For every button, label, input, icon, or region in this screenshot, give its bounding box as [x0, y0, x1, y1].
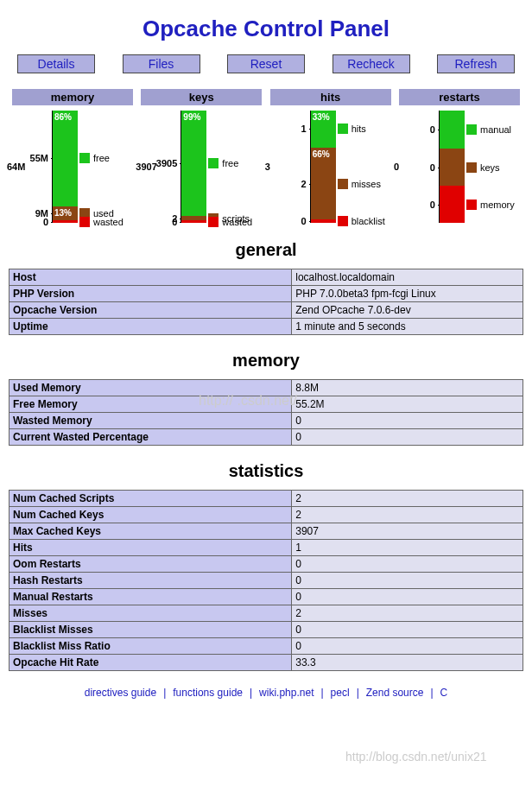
footer-links: directives guide|functions guide|wiki.ph…: [9, 687, 523, 699]
row-value: 0: [292, 638, 523, 655]
legend-label: free: [222, 158, 238, 168]
legend-swatch: [466, 124, 477, 135]
refresh-button[interactable]: Refresh: [437, 54, 515, 73]
row-value: 0: [292, 573, 523, 589]
chart-bar: 99%: [180, 111, 206, 223]
table-row: Num Cached Keys2: [10, 507, 523, 523]
chart-legend: freeusedwasted: [78, 111, 133, 223]
row-key: Opcache Version: [10, 302, 292, 319]
row-value: 1: [292, 540, 523, 556]
axis-total: 3: [265, 162, 270, 172]
segment-free: 99%: [181, 111, 206, 216]
table-row: Blacklist Miss Ratio0: [10, 638, 523, 655]
table-row: PHP VersionPHP 7.0.0beta3 fpm-fcgi Linux: [10, 286, 523, 302]
row-value: 0: [292, 413, 523, 429]
chart-axis-left: 3907390520: [141, 111, 180, 223]
row-key: Misses: [10, 605, 292, 622]
tick-label: 0: [43, 217, 48, 227]
table-general: Hostlocalhost.localdomainPHP VersionPHP …: [9, 269, 523, 335]
chart-axis-left: 0000: [399, 111, 439, 223]
legend-swatch: [466, 200, 477, 210]
row-key: Uptime: [10, 319, 292, 335]
row-key: Host: [10, 269, 292, 286]
legend-label: misses: [352, 179, 381, 189]
row-key: Wasted Memory: [10, 413, 292, 429]
segment-wasted: [53, 220, 78, 223]
chart-legend: manualkeysmemory: [465, 111, 520, 223]
legend-swatch: [338, 179, 348, 189]
row-value: 33.3: [292, 655, 523, 671]
legend-label: blacklist: [352, 216, 385, 226]
axis-total: 3907: [136, 162, 156, 172]
separator: |: [320, 687, 323, 699]
legend-swatch: [338, 216, 348, 226]
segment-used: 13%: [53, 206, 78, 221]
segment-hits: 33%: [311, 111, 336, 148]
row-key: Hash Restarts: [10, 573, 292, 589]
section-heading-statistics: statistics: [9, 461, 523, 481]
chart-axis-left: 3120: [270, 111, 310, 223]
legend-label: manual: [480, 124, 511, 135]
chart-bar: 86%13%: [52, 111, 78, 223]
footer-link[interactable]: pecl: [331, 687, 350, 699]
tick-label: 1: [301, 124, 307, 134]
row-key: Max Cached Keys: [10, 523, 292, 540]
files-button[interactable]: Files: [123, 54, 200, 73]
footer-link[interactable]: functions guide: [173, 687, 243, 699]
table-statistics: Num Cached Scripts2Num Cached Keys2Max C…: [9, 490, 523, 671]
chart-bar: [439, 111, 465, 223]
table-row: Used Memory8.8M: [10, 380, 523, 396]
row-key: Free Memory: [10, 396, 292, 413]
details-button[interactable]: Details: [17, 54, 95, 73]
recheck-button[interactable]: Recheck: [332, 54, 410, 73]
separator: |: [357, 687, 359, 699]
segment-pct: 86%: [54, 112, 72, 122]
table-row: Num Cached Scripts2: [10, 491, 523, 507]
legend-label: wasted: [93, 217, 124, 227]
chart-header: hits: [270, 89, 391, 105]
chart-hits: hits312033%66%hitsmissesblacklist: [270, 89, 391, 223]
row-key: PHP Version: [10, 286, 292, 302]
chart-header: restarts: [399, 89, 520, 105]
chart-restarts: restarts0000manualkeysmemory: [399, 89, 520, 223]
row-value: 0: [292, 556, 523, 573]
footer-link[interactable]: directives guide: [85, 687, 156, 699]
row-key: Num Cached Keys: [10, 507, 292, 523]
row-value: 0: [292, 589, 523, 605]
tick-label: 0: [301, 216, 307, 226]
row-key: Oom Restarts: [10, 556, 292, 573]
row-value: Zend OPcache 7.0.6-dev: [292, 302, 523, 319]
axis-total: 0: [394, 162, 399, 172]
chart-header: keys: [141, 89, 262, 105]
legend-label: wasted: [222, 217, 252, 227]
footer-link[interactable]: Zend source: [366, 687, 424, 699]
row-value: 2: [292, 605, 523, 622]
table-row: Hostlocalhost.localdomain: [10, 269, 523, 286]
table-row: Opcache VersionZend OPcache 7.0.6-dev: [10, 302, 523, 319]
segment-misses: 66%: [311, 148, 336, 219]
table-row: Misses2: [10, 605, 523, 622]
legend-swatch: [79, 153, 90, 163]
reset-button[interactable]: Reset: [227, 54, 305, 73]
segment-pct: 99%: [183, 112, 200, 122]
page-title: Opcache Control Panel: [9, 16, 523, 42]
row-value: 55.2M: [292, 396, 523, 413]
table-row: Hits1: [10, 540, 523, 556]
tick-label: 0: [172, 217, 177, 227]
legend-label: keys: [480, 162, 500, 173]
axis-total: 64M: [7, 162, 25, 172]
chart-axis-left: 64M55M9M0: [12, 111, 52, 223]
table-row: Blacklist Misses0: [10, 622, 523, 638]
table-row: Opcache Hit Rate33.3: [10, 655, 523, 671]
segment-memory: [440, 186, 465, 223]
tick-label: 55M: [30, 153, 48, 163]
row-value: 3907: [292, 523, 523, 540]
footer-link[interactable]: C: [440, 687, 448, 699]
row-value: localhost.localdomain: [292, 269, 523, 286]
segment-pct: 66%: [313, 149, 330, 159]
segment-manual: [440, 111, 465, 149]
row-key: Manual Restarts: [10, 589, 292, 605]
table-row: Current Wasted Percentage0: [10, 429, 523, 446]
section-heading-memory: memory: [9, 351, 523, 371]
footer-link[interactable]: wiki.php.net: [259, 687, 314, 699]
